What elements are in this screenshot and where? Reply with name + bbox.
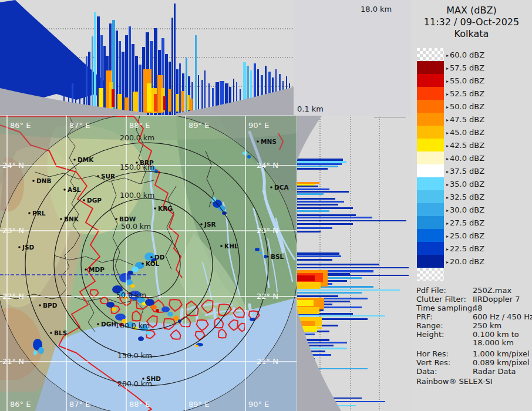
profile-bar [195,35,197,115]
range-ring-label: 150.0 km [117,351,152,360]
station-dot [97,175,99,177]
radar-echo [247,155,251,159]
station-dot [150,256,153,258]
station-dot [39,304,41,306]
info-value: 600 Hz / 450 Hz [473,312,532,321]
profile-bar [297,295,338,297]
scale-tick-label: ▸47.5 dBZ [446,115,484,124]
station-label: KHL [224,242,238,250]
station-dot [50,332,52,334]
max-height-label: 18.0 km [361,5,392,14]
scale-band [417,113,444,126]
radar-map: 200.0 km150.0 km100.0 km50.0 km50.0 km10… [0,116,297,411]
profile-bar [297,259,332,261]
info-value: 0.100 km to [473,330,519,339]
scale-tick-label: ▸55.0 dBZ [446,76,484,85]
scale-band [417,164,444,177]
info-row: Height:0.100 km to [416,330,531,339]
longitude-label: 89° E [188,400,209,409]
tick-arrow-icon: ▸ [446,156,449,161]
station-label: DGH [101,321,116,328]
radar-echo [255,248,260,251]
radar-echo [156,309,159,312]
longitude-label: 90° E [248,121,269,130]
scale-band [417,74,444,87]
radar-echo [167,312,173,316]
range-ring-label: 200.0 km [120,133,154,142]
scale-band [417,177,444,190]
radar-echo [33,351,37,355]
station-dot [257,140,259,143]
station-dot [97,323,99,325]
profile-core [297,307,319,314]
scale-band [417,126,444,139]
scale-band [417,139,444,151]
scale-band [417,203,444,216]
station-dot [200,223,203,225]
station-label: SHD [146,375,161,382]
station-label: ASL [68,186,81,193]
longitude-label: 88° E [129,121,150,130]
range-ring-label: 50.0 km [116,291,146,299]
scale-band [417,151,444,164]
scale-tick-label: ▸32.5 dBZ [446,193,484,201]
longitude-label: 86° E [10,400,31,409]
station-label: DGP [87,197,102,204]
latitude-label: 24° N [257,161,278,170]
info-label: Height: [416,330,473,339]
longitude-label: 88° E [129,400,150,409]
profile-core [297,300,314,306]
profile-bar [179,63,181,115]
profile-bar [297,231,321,233]
profile-core [190,99,193,112]
station-dot [270,186,272,188]
profile-bar [297,214,356,216]
info-value: 1.000 km/pixel [473,349,530,358]
tick-arrow-icon: ▸ [446,130,449,136]
info-value: 18.000 km [473,338,514,347]
range-ring-label: 50.0 km [121,222,151,231]
station-label: MNS [261,138,277,145]
station-dot [85,268,87,271]
latitude-label: 22° N [2,292,24,301]
profile-core [163,96,166,110]
scale-band [417,100,444,113]
legend-panel: MAX (dBZ) 11:32 / 09-Oct-2025 Kolkata ▸6… [411,0,532,411]
scale-band [417,242,444,255]
station-label: JSR [204,221,216,228]
profile-core [112,89,115,107]
radar-display-window: 18.0 km 0.1 km [0,0,532,411]
latitude-label: 23° N [2,226,24,235]
station-dot [73,159,76,161]
profile-bar [297,207,353,209]
radar-echo [259,252,262,254]
info-value: Radar Data [473,367,516,376]
profile-bar [297,182,319,184]
profile-bar [297,227,332,229]
station-label: BNK [64,215,79,223]
station-dot [220,245,223,247]
tick-arrow-icon: ▸ [446,208,449,213]
scale-band [417,61,444,74]
info-label: Pdf File: [416,286,473,295]
scale-band [417,48,444,61]
radar-echo [38,347,44,354]
station-dot [267,255,269,258]
tick-arrow-icon: ▸ [446,66,449,71]
info-value: IIRDoppler 7 [473,295,520,304]
scale-tick-label: ▸20.0 dBZ [446,257,484,266]
profile-bar [297,186,318,187]
station-label: DNB [36,177,52,184]
info-row: PRF:600 Hz / 450 Hz [416,312,531,321]
station-dot [154,207,156,210]
scale-band [417,255,444,268]
station-dot [142,262,144,265]
profile-bar [297,292,362,294]
profile-bar [297,184,315,186]
station-dot [28,212,31,214]
profile-bar [297,198,335,200]
scale-tick-label: ▸52.5 dBZ [446,89,484,98]
tick-arrow-icon: ▸ [446,234,449,239]
right-profile-chart [297,116,411,411]
profile-bar [297,161,346,163]
